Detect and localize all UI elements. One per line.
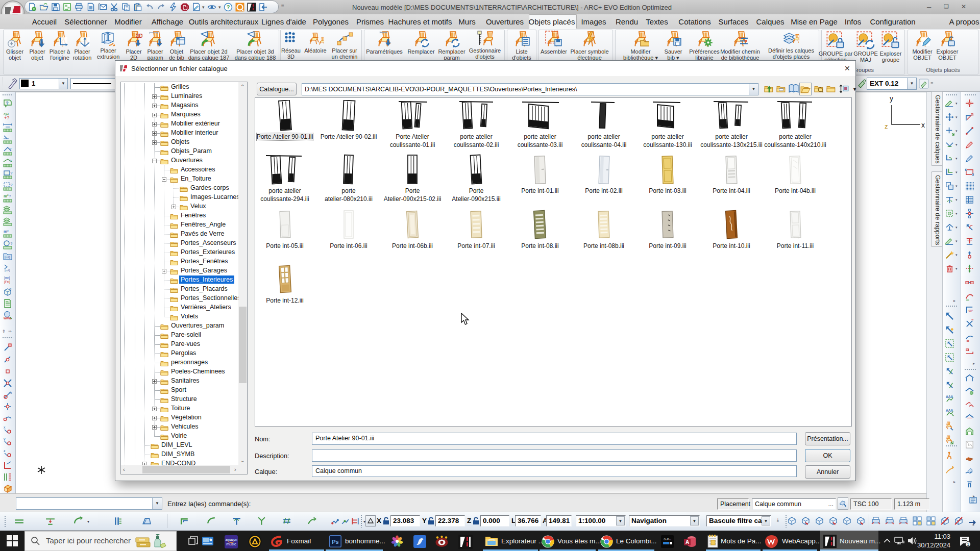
svg-text:?: ?: [9, 159, 12, 163]
svg-text:m³: m³: [4, 229, 9, 234]
svg-text:A: A: [685, 539, 689, 545]
svg-text:z: z: [885, 122, 888, 130]
svg-text:y: y: [890, 94, 893, 103]
svg-text:amazon: amazon: [225, 538, 237, 541]
svg-text:[m²]: [m²]: [5, 269, 10, 272]
svg-text:AAA: AAA: [946, 409, 953, 412]
svg-text:GoPro: GoPro: [664, 538, 671, 541]
svg-text:x: x: [921, 121, 925, 129]
svg-text:45: 45: [9, 391, 12, 394]
svg-text:?: ?: [10, 171, 13, 176]
svg-text:1: 1: [967, 542, 969, 547]
svg-text:?: ?: [10, 183, 13, 187]
svg-text:?: ?: [6, 101, 9, 106]
svg-text:90°: 90°: [969, 309, 973, 312]
svg-text:AAA: AAA: [946, 395, 953, 398]
svg-text:z: z: [4, 449, 6, 453]
svg-text:x: x: [4, 425, 6, 429]
svg-text:?: ?: [9, 147, 12, 152]
svg-text:?: ?: [9, 194, 11, 198]
svg-text:?: ?: [227, 4, 230, 10]
svg-text:[m³]: [m³]: [4, 276, 10, 280]
svg-text:m²: m²: [4, 194, 9, 198]
svg-text:2D: 2D: [136, 33, 142, 39]
svg-text:?: ?: [9, 287, 12, 292]
svg-text:[Fr³]: [Fr³]: [4, 280, 10, 284]
svg-text:+?: +?: [4, 115, 9, 120]
svg-text:?: ?: [10, 241, 13, 246]
svg-text:Ps: Ps: [332, 539, 338, 545]
svg-text:[m²]: [m²]: [5, 256, 10, 259]
svg-text:y: y: [4, 437, 6, 441]
